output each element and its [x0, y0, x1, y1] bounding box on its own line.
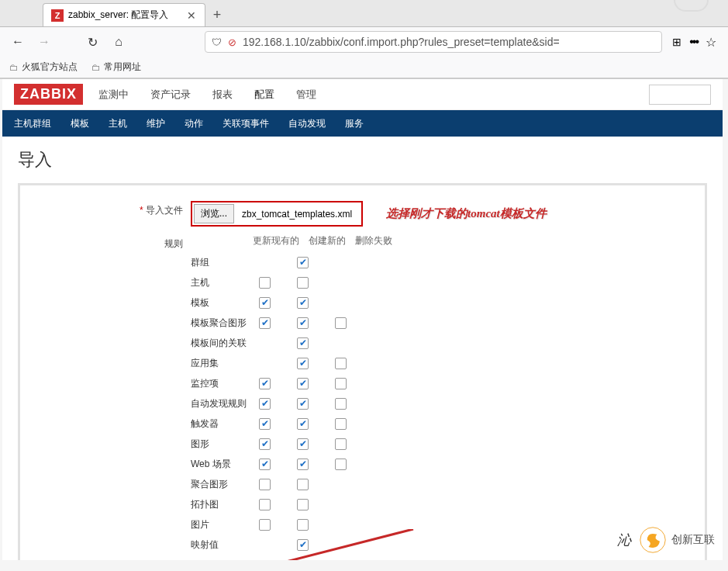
- browser-tab[interactable]: Z zabbix_server: 配置导入 ✕: [43, 3, 205, 26]
- reload-button[interactable]: ↻: [82, 32, 102, 52]
- bookmark-star-icon[interactable]: ☆: [706, 35, 716, 50]
- home-button[interactable]: ⌂: [109, 32, 129, 52]
- col-update: 更新现有的: [253, 234, 299, 247]
- rule-cells: [259, 499, 347, 510]
- rule-row: 模板: [191, 292, 705, 313]
- nav-administration[interactable]: 管理: [296, 81, 316, 108]
- checkbox[interactable]: [259, 418, 271, 430]
- browse-button[interactable]: 浏览...: [194, 204, 234, 223]
- rule-row: Web 场景: [191, 454, 705, 474]
- rule-label: 群组: [191, 256, 253, 269]
- nav-configuration[interactable]: 配置: [254, 81, 274, 108]
- rule-label: 模板聚合图形: [191, 317, 253, 330]
- checkbox[interactable]: [297, 438, 309, 450]
- browser-chrome: Z zabbix_server: 配置导入 ✕ + ← → ↻ ⌂ 🛡 ⊘ 19…: [0, 0, 728, 79]
- rule-cells: [259, 277, 347, 289]
- rule-row: 监控项: [191, 373, 705, 393]
- selected-file-name: zbx_tomcat_templates.xml: [234, 209, 360, 220]
- tab-title: zabbix_server: 配置导入: [68, 9, 186, 22]
- subnav-correlation[interactable]: 关联项事件: [223, 117, 269, 130]
- rule-cells: [259, 418, 347, 430]
- rules-columns-header: 更新现有的 创建新的 删除失败: [253, 234, 705, 247]
- insecure-icon: ⊘: [228, 36, 236, 48]
- rule-cells: [259, 378, 347, 389]
- close-icon[interactable]: ✕: [186, 10, 197, 21]
- checkbox[interactable]: [259, 499, 271, 510]
- checkbox[interactable]: [297, 337, 309, 349]
- subnav-discovery[interactable]: 自动发现: [288, 117, 326, 130]
- checkbox: [259, 257, 271, 268]
- checkbox[interactable]: [335, 459, 347, 470]
- checkbox: [259, 337, 271, 349]
- subnav-services[interactable]: 服务: [345, 117, 364, 130]
- import-form: * 导入文件 浏览... zbx_tomcat_templates.xml 选择…: [18, 183, 707, 560]
- checkbox[interactable]: [297, 378, 309, 389]
- bookmark-item[interactable]: 🗀 火狐官方站点: [9, 61, 78, 74]
- nav-monitoring[interactable]: 监测中: [98, 81, 129, 108]
- zabbix-logo[interactable]: ZABBIX: [14, 84, 83, 105]
- checkbox[interactable]: [297, 317, 309, 329]
- top-nav: 监测中 资产记录 报表 配置 管理: [98, 81, 316, 108]
- checkbox[interactable]: [297, 297, 309, 309]
- url-bar[interactable]: 🛡 ⊘ 192.168.1.10/zabbix/conf.import.php?…: [205, 31, 662, 53]
- nav-reports[interactable]: 报表: [212, 81, 233, 108]
- checkbox[interactable]: [259, 519, 271, 531]
- checkbox[interactable]: [297, 358, 309, 369]
- subnav-templates[interactable]: 模板: [71, 117, 89, 130]
- sub-nav: 主机群组 模板 主机 维护 动作 关联项事件 自动发现 服务: [2, 110, 723, 137]
- checkbox[interactable]: [297, 519, 309, 531]
- checkbox[interactable]: [335, 398, 347, 410]
- rule-label: 自动发现规则: [191, 397, 253, 410]
- checkbox[interactable]: [335, 378, 347, 389]
- checkbox[interactable]: [259, 317, 271, 329]
- subnav-actions[interactable]: 动作: [185, 117, 203, 130]
- checkbox[interactable]: [259, 277, 271, 289]
- rule-cells: [259, 317, 347, 329]
- qr-icon[interactable]: ⊞: [672, 36, 681, 48]
- col-delete: 删除失败: [355, 234, 392, 247]
- rule-cells: [259, 539, 347, 551]
- rule-row: 模板间的关联: [191, 333, 705, 353]
- bookmark-item[interactable]: 🗀 常用网址: [91, 61, 141, 74]
- nav-inventory[interactable]: 资产记录: [150, 81, 191, 108]
- checkbox: [335, 539, 347, 551]
- checkbox[interactable]: [259, 459, 271, 470]
- checkbox[interactable]: [335, 438, 347, 450]
- rule-row: 拓扑图: [191, 494, 705, 514]
- checkbox[interactable]: [297, 459, 309, 470]
- rule-row: 触发器: [191, 414, 705, 434]
- checkbox[interactable]: [259, 398, 271, 410]
- nav-bar: ← → ↻ ⌂ 🛡 ⊘ 192.168.1.10/zabbix/conf.imp…: [0, 27, 728, 57]
- checkbox[interactable]: [297, 398, 309, 410]
- checkbox[interactable]: [335, 418, 347, 430]
- rule-label: 拓扑图: [191, 498, 253, 511]
- checkbox[interactable]: [297, 499, 309, 510]
- subnav-hostgroups[interactable]: 主机群组: [14, 117, 51, 130]
- rule-cells: [259, 479, 347, 490]
- bookmark-bar: 🗀 火狐官方站点 🗀 常用网址: [0, 57, 728, 78]
- rule-row: 聚合图形: [191, 474, 705, 494]
- checkbox[interactable]: [297, 539, 309, 551]
- checkbox[interactable]: [297, 277, 309, 289]
- checkbox: [259, 358, 271, 369]
- rule-label: 图片: [191, 518, 253, 531]
- subnav-maintenance[interactable]: 维护: [147, 117, 165, 130]
- checkbox[interactable]: [335, 317, 347, 329]
- checkbox[interactable]: [297, 479, 309, 490]
- search-input[interactable]: [649, 85, 711, 105]
- checkbox[interactable]: [297, 257, 309, 268]
- back-button[interactable]: ←: [8, 32, 28, 52]
- checkbox[interactable]: [297, 418, 309, 430]
- checkbox[interactable]: [259, 378, 271, 389]
- checkbox[interactable]: [259, 479, 271, 490]
- checkbox: [335, 297, 347, 309]
- new-tab-button[interactable]: +: [205, 3, 229, 26]
- watermark-icon: [639, 526, 667, 554]
- forward-button[interactable]: →: [34, 32, 54, 52]
- checkbox[interactable]: [259, 438, 271, 450]
- rule-label: 触发器: [191, 417, 253, 431]
- checkbox[interactable]: [259, 297, 271, 309]
- menu-dots-icon[interactable]: •••: [689, 35, 698, 49]
- subnav-hosts[interactable]: 主机: [109, 117, 127, 130]
- checkbox[interactable]: [335, 358, 347, 369]
